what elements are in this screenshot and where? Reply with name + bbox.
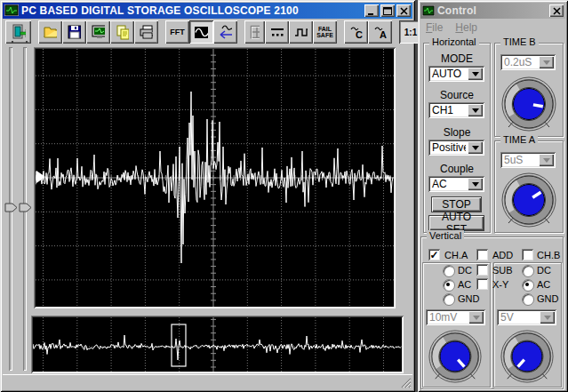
sub-label: SUB [492,265,513,276]
save-button[interactable] [62,20,86,44]
sub-checkbox[interactable] [476,264,488,276]
line-style-icon [270,27,284,37]
control-titlebar[interactable]: Control [420,3,565,19]
print-icon [140,25,153,39]
ch-b-gnd-radio[interactable] [522,293,534,306]
slope-dropdown-button[interactable] [468,141,483,154]
source-label: Source [424,89,490,101]
ch-a-range-value: 10mV [426,309,467,325]
sine-display-button[interactable] [189,20,213,44]
ch-a-label: CH.A [444,250,468,260]
control-menubar: File Help [420,20,565,35]
minimize-button[interactable] [364,4,379,17]
slope-label: Slope [424,126,490,139]
ch-b-gain-knob[interactable] [500,329,555,384]
mode-dropdown-button[interactable] [468,68,483,80]
menu-file[interactable]: File [426,21,443,34]
source-dropdown-button[interactable] [468,104,483,116]
overview-scope-display[interactable] [31,316,404,373]
mode-select[interactable]: AUTO [428,66,484,82]
copy-button[interactable] [110,20,134,44]
mode-label: MODE [424,52,490,65]
ch-a-gnd-radio[interactable] [443,293,455,306]
ch-a-range-dropdown-button [468,311,484,324]
ch-b-checkbox[interactable] [522,249,533,260]
vertical-group: Vertical ✓ CH.A ADD CH.B DC AC GND SUB X… [420,236,564,389]
ch-a-dc-label: DC [458,265,472,276]
pulse-icon [294,26,308,38]
ch-b-gnd-label: GND [537,293,558,304]
time-a-dropdown-button [539,154,554,166]
ch-b-label: CH.B [537,250,560,260]
control-close-button[interactable] [549,4,564,17]
xy-label: X-Y [492,279,508,290]
ch-a-ac-label: AC [458,279,471,290]
display-icon [92,25,105,39]
channel-a-position-thumb[interactable] [4,203,18,212]
time-a-group-label: TIME A [500,134,538,145]
add-checkbox[interactable] [476,249,488,260]
fft-label: FFT [170,28,185,36]
horizontal-group: Horizontal MODE AUTO Source CH1 Slope Po… [423,43,491,233]
time-a-select: 5uS [500,152,556,168]
tilde-a-icon: A [373,25,387,39]
open-button[interactable] [38,20,62,44]
ch-b-dc-label: DC [537,265,551,276]
chevron-down-icon [472,108,479,116]
line-style-button[interactable] [265,20,289,44]
ch-a-ac-radio[interactable] [443,279,455,292]
source-select[interactable]: CH1 [428,102,484,118]
print-button[interactable] [134,20,158,44]
tilde-c-button[interactable]: C [344,20,368,44]
ch-b-range-dropdown-button [540,311,555,324]
grid-toggle-button[interactable] [244,20,265,44]
maximize-button[interactable] [380,4,395,17]
control-window: Control File Help Horizontal MODE AUTO S… [418,0,568,392]
app-icon [4,4,19,18]
display-capture-button[interactable] [86,20,110,44]
trigger-arrow-button[interactable] [213,20,237,44]
failsafe-button[interactable]: FAIL SAFE [313,20,337,44]
time-b-select: 0.2uS [500,54,556,70]
failsafe-line1: FAIL [318,26,332,32]
failsafe-label: FAIL SAFE [316,26,333,38]
chevron-down-icon [473,316,480,324]
time-a-knob[interactable] [500,172,557,228]
ch-a-gain-knob[interactable] [428,329,483,384]
slope-select[interactable]: Positive [428,140,484,156]
ch-a-dc-radio[interactable] [443,265,455,277]
menu-help[interactable]: Help [455,21,477,34]
slider-b-zero-mark [26,41,28,43]
fft-button[interactable]: FFT [165,20,189,44]
chevron-down-icon [543,158,550,166]
time-a-group: TIME A 5uS [494,140,564,233]
time-b-value: 0.2uS [500,54,537,70]
save-icon [68,25,81,39]
pulse-button[interactable] [289,20,313,44]
control-window-title: Control [437,4,547,17]
channel-b-position-thumb[interactable] [19,203,32,212]
couple-select[interactable]: AC [428,176,484,192]
ch-a-checkbox[interactable]: ✓ [428,249,440,260]
ch-b-ac-radio[interactable] [522,279,534,292]
main-titlebar[interactable]: PC BASED DIGITAL STORAGE OSCILLOSCOPE 21… [3,3,412,19]
time-b-knob[interactable] [500,76,557,132]
couple-dropdown-button[interactable] [468,178,483,190]
trigger-arrow-icon [219,25,232,39]
failsafe-line2: SAFE [316,32,333,38]
resize-grip[interactable] [400,377,412,388]
chevron-down-icon [472,182,479,190]
control-app-icon [422,4,435,17]
auto-set-button[interactable]: AUTO SET [428,215,484,231]
ch-b-dc-radio[interactable] [522,265,534,277]
time-b-group: TIME B 0.2uS [494,43,564,137]
status-bar [3,374,412,389]
xy-checkbox[interactable] [476,278,488,290]
svg-text:A: A [380,29,387,39]
mode-value: AUTO [428,66,466,82]
ch-b-range-select: 5V [497,309,556,325]
main-scope-display[interactable] [34,47,396,308]
ch-a-range-select: 10mV [426,309,485,325]
close-button[interactable] [396,4,411,17]
tilde-a-button[interactable]: A [368,20,392,44]
